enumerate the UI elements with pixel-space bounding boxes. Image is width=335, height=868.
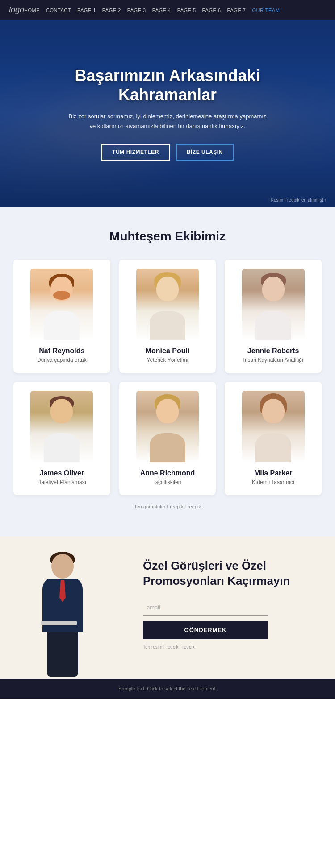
cta-content: Özel Görüşleri ve Özel Promosyonları Kaç…: [125, 536, 335, 679]
team-name-mila: Mila Parker: [232, 469, 314, 477]
logo[interactable]: logo: [9, 5, 24, 15]
navbar: logo HOME CONTACT PAGE 1 PAGE 2 PAGE 3 P…: [0, 0, 335, 20]
email-input[interactable]: [143, 599, 268, 616]
team-section: Muhteşem Ekibimiz Nat Reynolds Dünya çap…: [0, 207, 335, 536]
team-name-anne: Anne Richmond: [126, 469, 209, 477]
cta-photo-credit: Ten resim Freepik Freepik: [143, 645, 317, 649]
nav-page2[interactable]: PAGE 2: [102, 6, 121, 14]
hero-buttons: TÜM HİZMETLER BİZE ULAŞIN: [36, 144, 299, 161]
team-role-mila: Kıdemli Tasarımcı: [232, 479, 314, 485]
team-grid: Nat Reynolds Dünya çapında ortak Monica …: [13, 260, 322, 495]
footer-text[interactable]: Sample text. Click to select the Text El…: [118, 686, 217, 691]
nav-page5[interactable]: PAGE 5: [177, 6, 196, 14]
cta-title: Özel Görüşleri ve Özel Promosyonları Kaç…: [143, 558, 317, 589]
nav-page3[interactable]: PAGE 3: [127, 6, 146, 14]
cta-image: [0, 536, 125, 679]
team-photo-anne: [136, 391, 199, 462]
team-section-title: Muhteşem Ekibimiz: [13, 229, 322, 244]
submit-button[interactable]: GÖNDERMEK: [143, 621, 268, 639]
hero-content: Başarımızın Arkasındaki Kahramanlar Biz …: [0, 66, 335, 161]
nav-home[interactable]: HOME: [24, 6, 40, 14]
team-card-monica: Monica Pouli Yetenek Yönetimi: [119, 260, 216, 373]
team-card-mila: Mila Parker Kıdemli Tasarımcı: [225, 382, 322, 495]
team-role-monica: Yetenek Yönetimi: [126, 357, 209, 363]
team-card-nat: Nat Reynolds Dünya çapında ortak: [13, 260, 110, 373]
team-role-anne: İşçi İlişkileri: [126, 479, 209, 485]
biz-legs: [47, 632, 78, 677]
team-card-jennie: Jennie Roberts İnsan Kaynakları Analitiğ…: [225, 260, 322, 373]
nav-page1[interactable]: PAGE 1: [77, 6, 96, 14]
nav-page7[interactable]: PAGE 7: [227, 6, 246, 14]
hero-section: Başarımızın Arkasındaki Kahramanlar Biz …: [0, 20, 335, 207]
team-photo-james: [30, 391, 93, 462]
footer: Sample text. Click to select the Text El…: [0, 679, 335, 699]
team-card-james: James Oliver Halefiyet Planlaması: [13, 382, 110, 495]
biz-laptop: [41, 621, 77, 625]
nav-contact[interactable]: CONTACT: [46, 6, 71, 14]
contact-us-button[interactable]: BİZE ULAŞIN: [176, 144, 234, 161]
team-credit: Ten görüntüler Freepik Freepik: [13, 504, 322, 523]
hero-title: Başarımızın Arkasındaki Kahramanlar: [36, 66, 299, 104]
team-name-james: James Oliver: [21, 469, 103, 477]
biz-head: [51, 554, 74, 579]
all-services-button[interactable]: TÜM HİZMETLER: [101, 144, 170, 161]
nav-page4[interactable]: PAGE 4: [152, 6, 171, 14]
nav-our-team[interactable]: OUR TEAM: [252, 6, 280, 14]
team-name-monica: Monica Pouli: [126, 347, 209, 355]
hero-description: Biz zor sorular sormamız, iyi dinlememiz…: [65, 112, 270, 131]
team-name-nat: Nat Reynolds: [21, 347, 103, 355]
cta-form: GÖNDERMEK: [143, 599, 268, 639]
team-photo-nat: [30, 269, 93, 340]
team-role-nat: Dünya çapında ortak: [21, 357, 103, 363]
team-photo-jennie: [242, 269, 305, 340]
business-man-illustration: [18, 554, 107, 679]
team-role-jennie: İnsan Kaynakları Analitiği: [232, 357, 314, 363]
team-name-jennie: Jennie Roberts: [232, 347, 314, 355]
nav-links: HOME CONTACT PAGE 1 PAGE 2 PAGE 3 PAGE 4…: [24, 6, 280, 14]
team-role-james: Halefiyet Planlaması: [21, 479, 103, 485]
cta-section: Özel Görüşleri ve Özel Promosyonları Kaç…: [0, 536, 335, 679]
team-photo-monica: [136, 269, 199, 340]
hero-photo-credit: Resim Freepik'ten alınmıştır: [271, 198, 326, 203]
team-card-anne: Anne Richmond İşçi İlişkileri: [119, 382, 216, 495]
team-photo-mila: [242, 391, 305, 462]
nav-page6[interactable]: PAGE 6: [202, 6, 221, 14]
